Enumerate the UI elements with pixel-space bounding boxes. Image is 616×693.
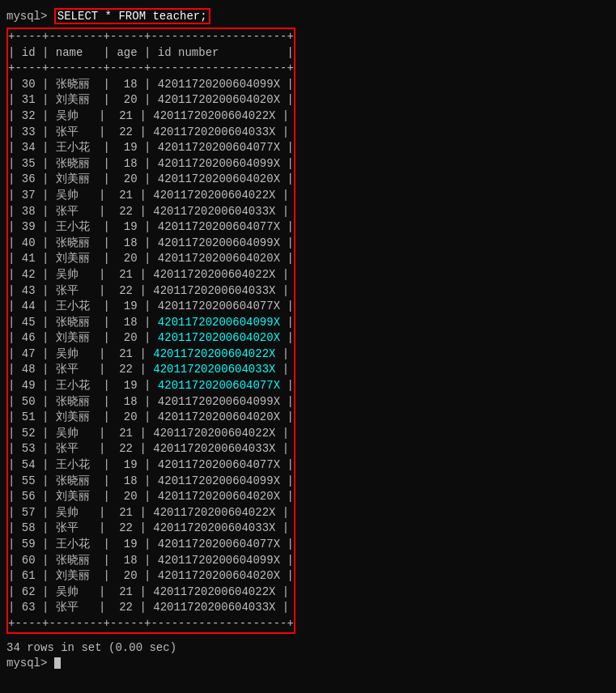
table-row: | 63 | 张平 | 22 | 42011720200604033X |	[8, 600, 294, 616]
table-row: | 57 | 吴帅 | 21 | 42011720200604022X |	[8, 505, 294, 521]
table-row: | 51 | 刘美丽 | 20 | 42011720200604020X |	[8, 410, 294, 426]
table-row: | 55 | 张晓丽 | 18 | 42011720200604099X |	[8, 474, 294, 490]
table-row: | 39 | 王小花 | 19 | 42011720200604077X |	[8, 219, 294, 236]
table-row: | 34 | 王小花 | 19 | 42011720200604077X |	[8, 140, 294, 156]
table-body: | 30 | 张晓丽 | 18 | 42011720200604099X || …	[8, 77, 294, 616]
table-row: | 59 | 王小花 | 19 | 42011720200604077X |	[8, 537, 294, 553]
table-row: | 37 | 吴帅 | 21 | 42011720200604022X |	[8, 188, 294, 204]
table-row: | 38 | 张平 | 22 | 42011720200604033X |	[8, 204, 294, 220]
table-row: | 40 | 张晓丽 | 18 | 42011720200604099X |	[8, 236, 294, 252]
table-row: | 35 | 张晓丽 | 18 | 42011720200604099X |	[8, 156, 294, 172]
table-row: | 47 | 吴帅 | 21 | 42011720200604022X |	[8, 346, 294, 363]
table-row: | 36 | 刘美丽 | 20 | 42011720200604020X |	[8, 172, 294, 188]
table-row: | 32 | 吴帅 | 21 | 42011720200604022X |	[8, 108, 294, 125]
table-row: | 58 | 张平 | 22 | 42011720200604033X |	[8, 521, 294, 537]
table-row: | 41 | 刘美丽 | 20 | 42011720200604020X |	[8, 251, 294, 267]
table-row: | 30 | 张晓丽 | 18 | 42011720200604099X |	[8, 77, 294, 93]
table-row: | 54 | 王小花 | 19 | 42011720200604077X |	[8, 457, 294, 474]
table-row: | 52 | 吴帅 | 21 | 42011720200604022X |	[8, 426, 294, 442]
table-row: | 49 | 王小花 | 19 | 42011720200604077X |	[8, 378, 294, 394]
terminal-window: mysql> SELECT * FROM teacher; +----+----…	[6, 8, 610, 670]
table-row: | 31 | 刘美丽 | 20 | 42011720200604020X |	[8, 92, 294, 108]
result-summary: 34 rows in set (0.00 sec)	[6, 639, 610, 657]
mysql-prompt-2: mysql>	[6, 657, 54, 670]
table-row: | 60 | 张晓丽 | 18 | 42011720200604099X |	[8, 553, 294, 569]
table-row: | 48 | 张平 | 22 | 42011720200604033X |	[8, 362, 294, 378]
table-row: | 56 | 刘美丽 | 20 | 42011720200604020X |	[8, 489, 294, 505]
separator-header: +----+--------+-----+-------------------…	[8, 61, 294, 77]
table-row: | 53 | 张平 | 22 | 42011720200604033X |	[8, 441, 294, 457]
table-row: | 50 | 张晓丽 | 18 | 42011720200604099X |	[8, 394, 294, 410]
next-prompt-line: mysql>	[6, 657, 610, 670]
table-header: | id | name | age | id number |	[8, 45, 294, 62]
table-row: | 45 | 张晓丽 | 18 | 42011720200604099X |	[8, 315, 294, 331]
sql-command: SELECT * FROM teacher;	[54, 8, 210, 24]
result-table: +----+--------+-----+-------------------…	[6, 28, 295, 634]
mysql-prompt: mysql>	[6, 10, 54, 23]
table-row: | 62 | 吴帅 | 21 | 42011720200604022X |	[8, 585, 294, 601]
command-line: mysql> SELECT * FROM teacher;	[6, 8, 610, 24]
cursor	[54, 657, 61, 669]
table-row: | 46 | 刘美丽 | 20 | 42011720200604020X |	[8, 330, 294, 346]
table-row: | 42 | 吴帅 | 21 | 42011720200604022X |	[8, 267, 294, 283]
table-row: | 43 | 张平 | 22 | 42011720200604033X |	[8, 283, 294, 300]
table-row: | 44 | 王小花 | 19 | 42011720200604077X |	[8, 299, 294, 315]
table-row: | 61 | 刘美丽 | 20 | 42011720200604020X |	[8, 568, 294, 585]
separator-top: +----+--------+-----+-------------------…	[8, 29, 294, 45]
table-row: | 33 | 张平 | 22 | 42011720200604033X |	[8, 125, 294, 141]
separator-bottom: +----+--------+-----+-------------------…	[8, 616, 294, 632]
